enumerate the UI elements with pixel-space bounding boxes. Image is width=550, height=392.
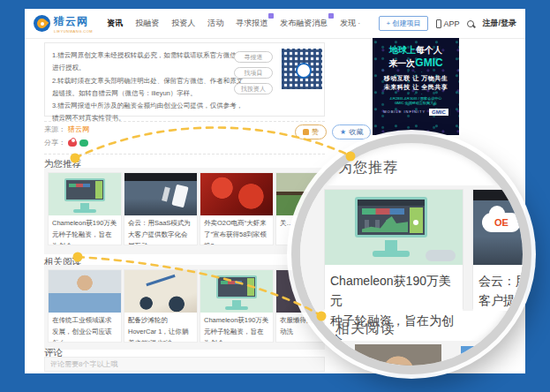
- card-title: Chameleon获190万美元种子轮融资，旨在为创企: [200, 313, 273, 342]
- monitor-chart-illustration: [200, 270, 273, 313]
- phone-icon: [436, 19, 441, 28]
- divider: [44, 154, 325, 155]
- site-logo[interactable]: 猎云网 LIEYUNWANG.COM: [34, 14, 93, 34]
- related-card-chameleon[interactable]: Chameleon获190万美元种子轮融资，旨在为创企: [200, 270, 273, 342]
- ad-date-line: 4月28日-4月30日 / 国家会议中心: [377, 96, 455, 101]
- new-badge-icon: [268, 13, 274, 19]
- notice-actions: 寻报道 找项目 找投资人: [234, 51, 273, 99]
- comment-input[interactable]: [44, 357, 325, 372]
- nav-item-news[interactable]: 资讯: [107, 18, 123, 29]
- favorite-button[interactable]: ★收藏: [332, 124, 371, 139]
- magnified-related-title: 相关阅读: [335, 320, 396, 338]
- beach-cart-photo: [124, 270, 197, 313]
- site-domain: LIEYUNWANG.COM: [54, 29, 93, 34]
- magnified-portrait-sliver: [355, 344, 441, 367]
- site-name: 猎云网: [54, 14, 93, 29]
- magnified-recommend-title: 为您推荐: [338, 159, 398, 177]
- gmic-logo: GMIC: [429, 109, 448, 116]
- share-label: 分享：: [44, 138, 65, 147]
- nav-menu: 资讯 投融资 投资人 活动 寻求报道 发布融资消息 发现: [107, 18, 360, 29]
- ad-slogan-1: 移动互联 让 万物共生: [373, 74, 459, 83]
- login-register-link[interactable]: 注册/登录: [482, 18, 516, 29]
- wechat-share-icon[interactable]: [79, 139, 88, 147]
- like-button[interactable]: 赞: [295, 124, 327, 139]
- weibo-share-icon[interactable]: [68, 139, 77, 147]
- search-icon[interactable]: [467, 20, 474, 27]
- ad-footer-text: MOBILE INFINITY: [383, 109, 426, 115]
- article-actions: 赞 ★收藏: [295, 124, 371, 139]
- source-row: 来源： 猎云网: [44, 124, 89, 134]
- star-icon: ★: [340, 128, 346, 136]
- card-title: 配备沙滩轮的HoverCar 1，让你躺着也能“漫步”沙: [124, 313, 197, 342]
- navbar: 猎云网 LIEYUNWANG.COM 资讯 投融资 投资人 活动 寻求报道 发布…: [25, 9, 525, 39]
- recommend-card-huiyun[interactable]: 会云：用SaaS模式为大客户提供数字化会展互动: [124, 173, 197, 245]
- ad-headline-rest: 每个人: [416, 45, 442, 55]
- reprint-notice-box: 1.猎云网原创文章未经授权转载必究，如需转载请联系官方微信号进行授权。 2.转载…: [44, 42, 325, 117]
- cloud-label: 会云: [526, 216, 531, 229]
- monitor-chart-illustration: [49, 173, 121, 215]
- related-card-industry[interactable]: 在传统工业领域谋求发展，创业公司应该怎么: [49, 270, 121, 342]
- ad-dots: · · ·: [373, 92, 459, 96]
- related-card-hovercart[interactable]: 配备沙滩轮的HoverCar 1，让你躺着也能“漫步”沙: [124, 270, 197, 342]
- magnified-card-title-line1: 会云：用Saa: [478, 271, 531, 290]
- new-badge-icon: [328, 13, 334, 19]
- nav-item-investors[interactable]: 投资人: [171, 18, 195, 29]
- nav-item-events[interactable]: 活动: [207, 18, 223, 29]
- expo-phone-photo: [124, 173, 197, 215]
- ad-line2-prefix: 来一次: [388, 58, 415, 68]
- ad-headline-highlight: 地球上: [389, 45, 416, 55]
- card-title: 外卖O2O电商“大虾来了”宣布获得58到家领投3: [200, 215, 273, 245]
- crayfish-photo: [200, 173, 273, 215]
- screenshot-canvas: 猎云网 LIEYUNWANG.COM 资讯 投融资 投资人 活动 寻求报道 发布…: [0, 0, 550, 392]
- notice-line-2: 2.转载时须在文章头部明确注明出处、保留官方微信、作者和原文超链接。如转自猎云网…: [52, 75, 245, 101]
- founder-portrait-photo: [49, 270, 121, 313]
- seek-report-pill[interactable]: 寻报道: [234, 51, 273, 63]
- card-title: 在传统工业领域谋求发展，创业公司应该怎么: [49, 313, 121, 342]
- create-project-button[interactable]: + 创建项目: [379, 16, 429, 31]
- ad-event-line: GMIC 全球移动互联网大会: [377, 101, 455, 105]
- nav-item-discover[interactable]: 发现: [340, 18, 360, 29]
- wechat-qr-code: [282, 49, 322, 89]
- nav-right: + 创建项目 APP 注册/登录: [379, 16, 516, 31]
- divider: [44, 121, 325, 122]
- share-row: 分享：: [44, 138, 88, 147]
- source-link[interactable]: 猎云网: [68, 124, 89, 134]
- find-investor-pill[interactable]: 找投资人: [234, 83, 273, 94]
- monitor-chart-illustration-large: [325, 190, 463, 265]
- notice-line-1: 1.猎云网原创文章未经授权转载必究，如需转载请联系官方微信号进行授权。: [52, 49, 245, 75]
- source-label: 来源：: [44, 124, 65, 134]
- card-title: Chameleon获190万美元种子轮融资，旨在为创企: [49, 215, 121, 245]
- thumbs-up-icon: [303, 129, 309, 135]
- recommend-card-crayfish[interactable]: 外卖O2O电商“大虾来了”宣布获得58到家领投3: [200, 173, 273, 245]
- magnifier-lens: 为您推荐 Chameleon获190万美元 种子轮融资，旨在为创企 OE 会云 …: [291, 134, 531, 374]
- oe-cloud-logo: OE: [482, 213, 521, 232]
- recommend-card-chameleon[interactable]: Chameleon获190万美元种子轮融资，旨在为创企: [49, 173, 121, 245]
- nav-item-seek-report[interactable]: 寻求报道: [236, 18, 267, 29]
- magnified-card-title-line1: Chameleon获190万美元: [330, 271, 457, 311]
- ad-line2-brand: GMIC: [415, 57, 442, 69]
- card-title: 会云：用SaaS模式为大客户提供数字化会展互动: [124, 215, 197, 245]
- gmic-ad-banner[interactable]: 地球上每个人 来一次GMIC · · · 移动互联 让 万物共生 未来科技 让 …: [373, 38, 459, 135]
- app-link[interactable]: APP: [436, 19, 459, 28]
- nav-item-publish-funding[interactable]: 发布融资消息: [280, 18, 328, 29]
- lieyun-logo-icon: [34, 15, 50, 32]
- nav-item-investment[interactable]: 投融资: [135, 18, 159, 29]
- find-project-pill[interactable]: 找项目: [234, 67, 273, 79]
- magnified-card-chameleon[interactable]: Chameleon获190万美元 种子轮融资，旨在为创企: [325, 190, 463, 308]
